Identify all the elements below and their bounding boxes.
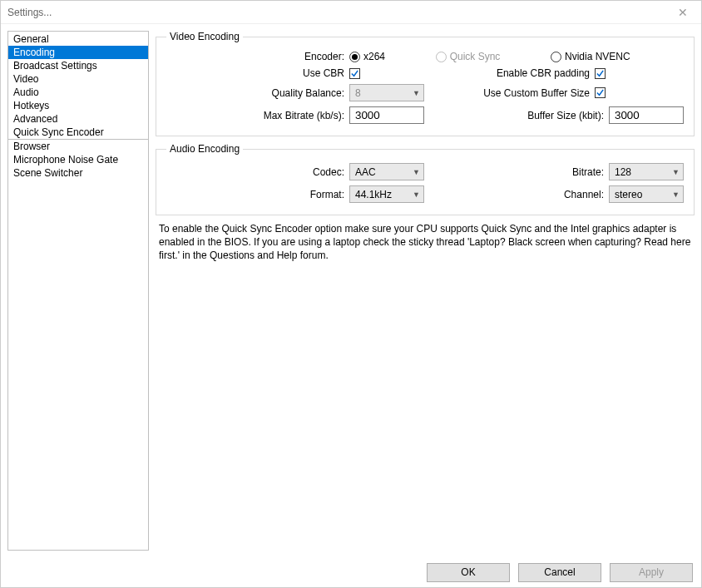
codec-combo[interactable]: AAC ▼: [349, 163, 424, 180]
sidebar-item-audio[interactable]: Audio: [8, 86, 148, 99]
footer: OK Cancel Apply: [1, 557, 701, 587]
encoder-radio-quicksync: Quick Sync: [436, 51, 501, 62]
sidebar-item-quick-sync-encoder[interactable]: Quick Sync Encoder: [8, 126, 148, 139]
encoder-x264-label: x264: [363, 51, 385, 62]
sidebar-item-encoding[interactable]: Encoding: [8, 46, 148, 59]
apply-button: Apply: [610, 563, 693, 582]
sidebar: GeneralEncodingBroadcast SettingsVideoAu…: [7, 31, 149, 551]
audio-bitrate-combo[interactable]: 128 ▼: [609, 163, 684, 180]
encoder-radio-x264[interactable]: x264: [349, 51, 385, 62]
sidebar-item-microphone-noise-gate[interactable]: Microphone Noise Gate: [8, 153, 148, 166]
sidebar-item-scene-switcher[interactable]: Scene Switcher: [8, 166, 148, 180]
codec-label: Codec:: [166, 166, 349, 178]
audio-bitrate-label: Bitrate:: [509, 166, 609, 178]
sidebar-item-browser[interactable]: Browser: [8, 140, 148, 153]
info-text: To enable the Quick Sync Encoder option …: [156, 222, 695, 263]
sidebar-item-broadcast-settings[interactable]: Broadcast Settings: [8, 59, 148, 72]
titlebar: Settings... ✕: [1, 1, 701, 24]
chevron-down-icon: ▼: [672, 168, 680, 176]
use-custom-buffer-checkbox[interactable]: [595, 87, 606, 98]
chevron-down-icon: ▼: [413, 190, 420, 199]
video-encoding-legend: Video Encoding: [166, 31, 243, 42]
encoder-quicksync-label: Quick Sync: [450, 51, 501, 62]
enable-cbr-padding-label: Enable CBR padding: [497, 67, 595, 79]
main-panel: Video Encoding Encoder: x264: [156, 31, 695, 551]
audio-encoding-legend: Audio Encoding: [166, 143, 243, 155]
format-combo[interactable]: 44.1kHz ▼: [349, 185, 424, 203]
window-body: GeneralEncodingBroadcast SettingsVideoAu…: [1, 24, 701, 557]
ok-button[interactable]: OK: [427, 563, 510, 582]
encoder-nvenc-label: Nvidia NVENC: [565, 51, 630, 62]
chevron-down-icon: ▼: [413, 89, 420, 97]
channel-label: Channel:: [509, 189, 609, 200]
sidebar-item-hotkeys[interactable]: Hotkeys: [8, 99, 148, 112]
enable-cbr-padding-checkbox[interactable]: [595, 68, 606, 79]
use-cbr-checkbox[interactable]: [349, 68, 360, 79]
buffer-size-label: Buffer Size (kbit):: [527, 110, 609, 121]
window-title: Settings...: [7, 7, 671, 18]
quality-balance-combo: 8 ▼: [349, 84, 424, 101]
format-label: Format:: [166, 189, 349, 200]
quality-balance-label: Quality Balance:: [166, 87, 349, 99]
chevron-down-icon: ▼: [413, 168, 420, 176]
chevron-down-icon: ▼: [672, 190, 680, 199]
cancel-button[interactable]: Cancel: [518, 563, 601, 582]
encoder-label: Encoder:: [166, 51, 349, 62]
sidebar-item-general[interactable]: General: [8, 32, 148, 46]
max-bitrate-label: Max Bitrate (kb/s):: [166, 110, 349, 121]
encoder-radio-nvenc[interactable]: Nvidia NVENC: [551, 51, 630, 62]
use-cbr-label: Use CBR: [166, 67, 349, 79]
max-bitrate-input[interactable]: [349, 106, 424, 124]
close-icon[interactable]: ✕: [671, 6, 695, 19]
sidebar-item-advanced[interactable]: Advanced: [8, 112, 148, 126]
video-encoding-group: Video Encoding Encoder: x264: [156, 31, 695, 136]
audio-encoding-group: Audio Encoding Codec: AAC ▼ Bitrate:: [156, 143, 695, 215]
settings-window: Settings... ✕ GeneralEncodingBroadcast S…: [0, 0, 702, 588]
sidebar-item-video[interactable]: Video: [8, 72, 148, 86]
use-custom-buffer-label: Use Custom Buffer Size: [483, 87, 595, 99]
channel-combo[interactable]: stereo ▼: [609, 185, 684, 203]
buffer-size-input[interactable]: [609, 106, 684, 124]
